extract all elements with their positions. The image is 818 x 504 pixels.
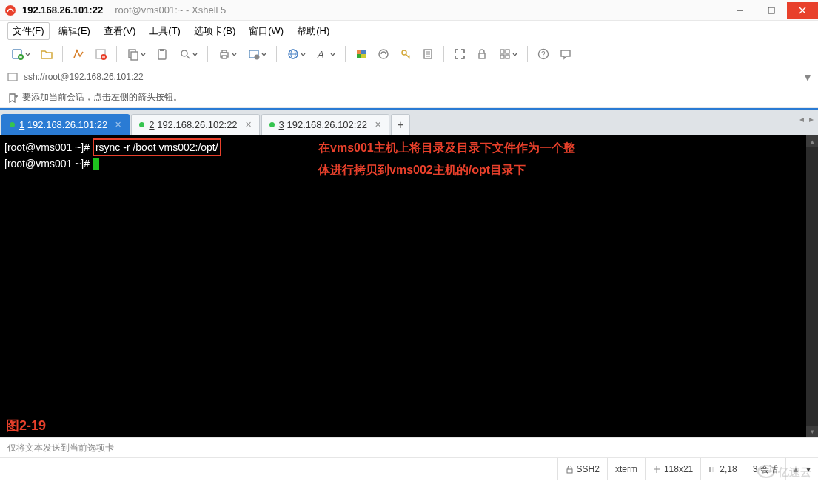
lock-icon bbox=[566, 466, 574, 474]
status-bar: SSH2 xterm 118x21 2,18 3 会话 ▴ ▾ bbox=[0, 458, 818, 480]
reconnect-button[interactable] bbox=[69, 44, 88, 64]
paste-button[interactable] bbox=[152, 44, 172, 64]
menu-edit[interactable]: 编辑(E) bbox=[54, 23, 95, 39]
maximize-button[interactable] bbox=[756, 2, 787, 19]
prompt: [root@vms001 ~]# bbox=[4, 158, 93, 169]
caret-icon bbox=[708, 466, 717, 474]
tab-number: 2 bbox=[149, 119, 154, 130]
menu-view[interactable]: 查看(V) bbox=[99, 23, 140, 39]
svg-rect-27 bbox=[357, 50, 361, 54]
svg-point-52 bbox=[768, 470, 771, 473]
cursor-icon bbox=[93, 158, 99, 170]
chevron-down-icon bbox=[141, 52, 146, 57]
menu-file[interactable]: 文件(F) bbox=[7, 22, 50, 40]
disconnect-button[interactable] bbox=[91, 44, 110, 64]
new-tab-button[interactable]: + bbox=[391, 114, 410, 135]
svg-rect-15 bbox=[160, 49, 164, 51]
session-icon bbox=[7, 72, 18, 82]
title-suffix: root@vms001:~ - Xshell 5 bbox=[115, 4, 226, 16]
scroll-up-icon[interactable]: ▴ bbox=[806, 135, 818, 147]
annotation-line-1: 在vms001主机上将目录及目录下文件作为一个整 bbox=[318, 138, 575, 158]
language-button[interactable] bbox=[283, 44, 309, 64]
chevron-down-icon bbox=[192, 52, 198, 57]
chevron-down-icon bbox=[330, 52, 335, 57]
menu-tabs[interactable]: 选项卡(B) bbox=[190, 23, 240, 39]
annotation-line-2: 体进行拷贝到vms002主机的/opt目录下 bbox=[318, 161, 526, 180]
address-bar[interactable]: ssh://root@192.168.26.101:22 ▾ bbox=[0, 67, 818, 87]
close-button[interactable] bbox=[787, 2, 818, 19]
svg-rect-28 bbox=[361, 50, 366, 54]
lock-button[interactable] bbox=[472, 44, 492, 64]
minimize-button[interactable] bbox=[725, 2, 756, 19]
svg-rect-46 bbox=[8, 73, 17, 81]
chevron-down-icon bbox=[261, 52, 266, 57]
tab-label: 192.168.26.101:22 bbox=[27, 119, 107, 130]
svg-point-50 bbox=[758, 466, 774, 477]
svg-rect-42 bbox=[500, 55, 504, 58]
tab-nav-arrows[interactable]: ◂ ▸ bbox=[799, 114, 814, 124]
title-host: 192.168.26.101:22 bbox=[22, 4, 103, 16]
terminal-scrollbar[interactable]: ▴ ▾ bbox=[806, 135, 818, 437]
close-icon[interactable]: ✕ bbox=[115, 120, 121, 130]
svg-point-51 bbox=[762, 470, 765, 473]
menubar: 文件(F) 编辑(E) 查看(V) 工具(T) 选项卡(B) 窗口(W) 帮助(… bbox=[0, 21, 818, 41]
svg-rect-20 bbox=[222, 56, 227, 58]
open-button[interactable] bbox=[37, 44, 56, 64]
svg-rect-47 bbox=[567, 469, 572, 473]
feedback-button[interactable] bbox=[556, 44, 575, 64]
status-dot-icon bbox=[10, 122, 15, 127]
print-button[interactable] bbox=[214, 44, 241, 64]
fullscreen-button[interactable] bbox=[450, 44, 469, 64]
scroll-down-icon[interactable]: ▾ bbox=[806, 426, 818, 437]
tab-number: 3 bbox=[279, 119, 284, 130]
tab-number: 1 bbox=[19, 119, 24, 130]
tunnel-button[interactable] bbox=[374, 44, 393, 64]
titlebar: 192.168.26.101:22 root@vms001:~ - Xshell… bbox=[0, 0, 818, 21]
tab-session-1[interactable]: 1 192.168.26.101:22 ✕ bbox=[1, 114, 130, 135]
svg-rect-41 bbox=[506, 50, 509, 53]
find-button[interactable] bbox=[175, 44, 201, 64]
menu-tools[interactable]: 工具(T) bbox=[144, 23, 185, 39]
help-button[interactable]: ? bbox=[534, 44, 553, 64]
terminal[interactable]: [root@vms001 ~]# rsync -r /boot vms002:/… bbox=[0, 135, 818, 437]
chevron-down-icon bbox=[301, 52, 306, 57]
tile-button[interactable] bbox=[495, 44, 521, 64]
chevron-down-icon bbox=[512, 52, 517, 57]
svg-line-34 bbox=[409, 56, 410, 57]
svg-point-22 bbox=[255, 55, 260, 60]
menu-help[interactable]: 帮助(H) bbox=[292, 23, 334, 39]
new-session-button[interactable] bbox=[7, 44, 34, 64]
bookmark-add-icon[interactable] bbox=[7, 93, 18, 103]
toolbar: A ? bbox=[0, 41, 818, 67]
key-button[interactable] bbox=[396, 44, 415, 64]
chevron-down-icon bbox=[25, 52, 30, 57]
tab-label: 192.168.26.102:22 bbox=[286, 119, 366, 130]
compose-hint: 仅将文本发送到当前选项卡 bbox=[7, 442, 114, 454]
watermark: 亿速云 bbox=[756, 461, 815, 485]
copy-button[interactable] bbox=[123, 44, 150, 64]
chevron-down-icon[interactable]: ▾ bbox=[805, 70, 811, 84]
svg-point-16 bbox=[181, 50, 187, 56]
svg-rect-2 bbox=[768, 7, 774, 13]
close-icon[interactable]: ✕ bbox=[375, 120, 381, 130]
svg-rect-40 bbox=[500, 50, 504, 53]
svg-rect-39 bbox=[479, 53, 485, 58]
status-pos: 2,18 bbox=[700, 458, 744, 480]
close-icon[interactable]: ✕ bbox=[245, 120, 252, 130]
font-button[interactable]: A bbox=[312, 44, 339, 64]
svg-line-17 bbox=[187, 56, 190, 58]
compose-bar[interactable]: 仅将文本发送到当前选项卡 bbox=[0, 437, 818, 458]
tab-label: 192.168.26.102:22 bbox=[157, 119, 237, 130]
svg-rect-19 bbox=[222, 50, 227, 53]
scrollback-button[interactable] bbox=[418, 44, 438, 64]
tab-strip: 1 192.168.26.101:22 ✕ 2 192.168.26.102:2… bbox=[0, 108, 818, 135]
tab-session-2[interactable]: 2 192.168.26.102:22 ✕ bbox=[131, 114, 259, 135]
status-size: 118x21 bbox=[645, 458, 700, 480]
tab-session-3[interactable]: 3 192.168.26.102:22 ✕ bbox=[261, 114, 389, 135]
menu-window[interactable]: 窗口(W) bbox=[244, 23, 288, 39]
svg-text:亿速云: 亿速云 bbox=[777, 466, 811, 478]
properties-button[interactable] bbox=[244, 44, 270, 64]
color-button[interactable] bbox=[352, 44, 371, 64]
svg-point-0 bbox=[5, 5, 16, 16]
chevron-down-icon bbox=[232, 52, 237, 57]
